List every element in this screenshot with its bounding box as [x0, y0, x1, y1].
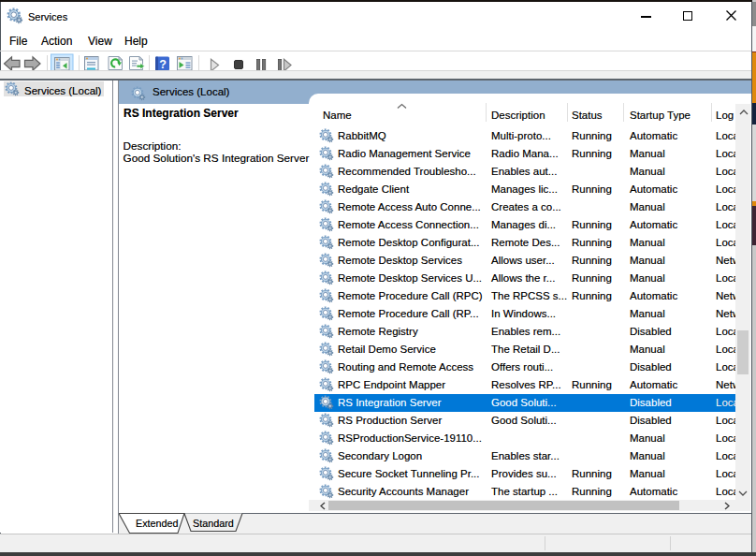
- svg-text:?: ?: [159, 57, 167, 70]
